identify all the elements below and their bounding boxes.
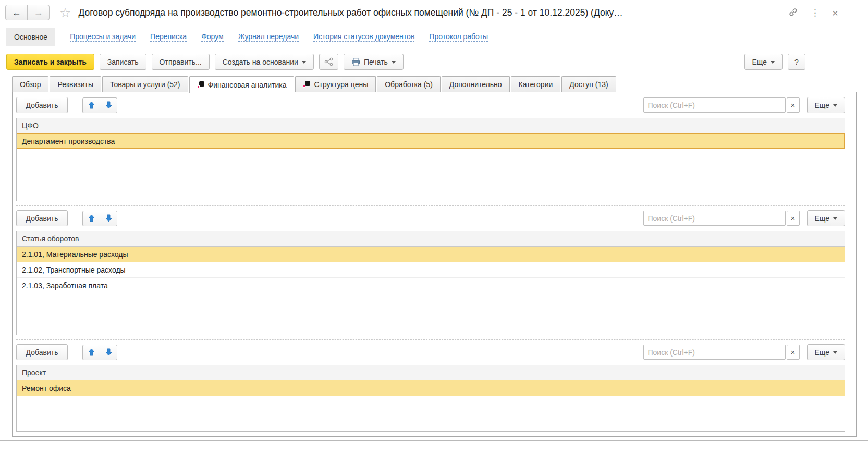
table-row[interactable]: 2.1.03, Заработная плата: [17, 278, 845, 293]
table-row[interactable]: Ремонт офиса: [17, 380, 845, 396]
tab-processing[interactable]: Обработка (5): [377, 76, 441, 92]
clear-search-button[interactable]: ×: [787, 97, 800, 113]
move-down-button[interactable]: [100, 345, 117, 360]
arrow-down-icon: [105, 214, 112, 222]
forward-arrow-icon: →: [34, 7, 43, 18]
tab-label: Реквизиты: [57, 80, 93, 89]
window-bottom-edge: [0, 440, 868, 441]
table-row[interactable]: 2.1.01, Материальные расходы: [17, 247, 845, 262]
clear-search-button[interactable]: ×: [787, 211, 800, 226]
chevron-down-icon: [392, 61, 396, 64]
print-label: Печать: [364, 58, 388, 66]
document-tabs: Обзор Реквизиты Товары и услуги (52) Фин…: [12, 76, 617, 93]
tab-requisites[interactable]: Реквизиты: [50, 76, 101, 92]
tab-label: Товары и услуги (52): [110, 80, 180, 89]
chevron-down-icon: [833, 104, 837, 107]
financial-analytics-panel: Добавить × Еще ЦФО Департамент производс…: [12, 92, 857, 437]
section-more-button[interactable]: Еще: [807, 97, 846, 113]
tab-label: Обработка (5): [385, 80, 433, 89]
favorite-star-icon[interactable]: ☆: [59, 6, 71, 19]
search-input[interactable]: [643, 97, 786, 113]
chevron-down-icon: [833, 217, 837, 220]
add-button[interactable]: Добавить: [16, 97, 68, 113]
section-divider: [16, 205, 845, 206]
move-buttons: [82, 97, 117, 113]
window-titlebar: ← → ☆ Договор субподряда на производство…: [5, 3, 864, 22]
column-header-cfo[interactable]: ЦФО: [17, 118, 845, 133]
nav-item-main[interactable]: Основное: [6, 28, 55, 46]
tab-label: Структура цены: [314, 80, 368, 89]
search-group: × Еще: [643, 210, 846, 226]
project-table[interactable]: Проект Ремонт офиса: [16, 365, 845, 432]
tab-label: Доступ (13): [569, 80, 608, 89]
section-more-button[interactable]: Еще: [807, 344, 846, 360]
section-nav: Основное Процессы и задачи Переписка Фор…: [6, 27, 488, 46]
arrow-down-icon: [105, 348, 112, 356]
search-input[interactable]: [643, 345, 786, 360]
link-icon[interactable]: [788, 7, 798, 18]
move-buttons: [82, 211, 117, 226]
tab-financial-analytics[interactable]: Финансовая аналитика: [189, 76, 295, 93]
move-up-button[interactable]: [82, 345, 100, 360]
back-arrow-icon: ←: [12, 7, 21, 18]
move-down-button[interactable]: [100, 211, 117, 226]
arrow-down-icon: [105, 101, 112, 109]
move-up-button[interactable]: [82, 211, 100, 226]
more-label: Еще: [752, 58, 767, 66]
tab-access[interactable]: Доступ (13): [561, 76, 616, 92]
cfo-table[interactable]: ЦФО Департамент производства: [16, 118, 845, 201]
chevron-down-icon: [771, 61, 775, 64]
more-label: Еще: [815, 214, 830, 223]
move-down-button[interactable]: [100, 97, 117, 113]
forward-button[interactable]: →: [27, 5, 50, 20]
table-row[interactable]: 2.1.02, Транспортные расходы: [17, 262, 845, 278]
save-and-close-button[interactable]: Записать и закрыть: [6, 54, 94, 70]
save-button[interactable]: Записать: [100, 54, 146, 70]
section-more-button[interactable]: Еще: [807, 210, 846, 226]
tab-price-structure[interactable]: Структура цены: [295, 76, 376, 92]
nav-item-transfer-log[interactable]: Журнал передачи: [238, 32, 299, 42]
more-label: Еще: [815, 101, 830, 109]
add-button[interactable]: Добавить: [16, 344, 68, 360]
table-row[interactable]: Департамент производства: [17, 133, 845, 149]
chevron-down-icon: [302, 61, 306, 64]
turnover-table[interactable]: Статья оборотов 2.1.01, Материальные рас…: [16, 231, 845, 335]
help-button[interactable]: ?: [788, 54, 805, 70]
arrow-up-icon: [88, 101, 95, 109]
nav-item-work-protocol[interactable]: Протокол работы: [429, 32, 488, 42]
more-label: Еще: [815, 348, 830, 357]
arrow-up-icon: [88, 348, 95, 356]
nav-item-status-history[interactable]: История статусов документов: [313, 32, 414, 42]
column-header-turnover[interactable]: Статья оборотов: [17, 231, 845, 247]
nav-item-forum[interactable]: Форум: [201, 32, 224, 42]
command-bar: Записать и закрыть Записать Отправить...…: [6, 54, 805, 70]
create-based-on-button[interactable]: Создать на основании: [215, 54, 314, 70]
nav-item-processes[interactable]: Процессы и задачи: [70, 32, 136, 42]
tab-label: Дополнительно: [449, 80, 502, 89]
close-icon[interactable]: ×: [832, 7, 838, 18]
print-button[interactable]: Печать: [344, 54, 404, 70]
add-button[interactable]: Добавить: [16, 210, 68, 226]
tab-additional[interactable]: Дополнительно: [442, 76, 510, 92]
move-up-button[interactable]: [82, 97, 100, 113]
column-header-project[interactable]: Проект: [17, 365, 845, 380]
tab-overview[interactable]: Обзор: [12, 76, 48, 92]
page-title: Договор субподряда на производство ремон…: [78, 7, 622, 18]
search-group: × Еще: [643, 97, 846, 113]
back-button[interactable]: ←: [5, 5, 28, 20]
tab-label: Категории: [519, 80, 553, 89]
table-part-icon: [197, 81, 204, 88]
kebab-menu-icon[interactable]: ⋮: [811, 8, 820, 17]
history-nav-buttons: ← →: [5, 5, 50, 20]
more-button[interactable]: Еще: [744, 54, 783, 70]
send-button[interactable]: Отправить...: [152, 54, 210, 70]
tab-goods-services[interactable]: Товары и услуги (52): [102, 76, 188, 92]
window-controls: ⋮ ×: [788, 7, 864, 18]
share-button[interactable]: [319, 54, 338, 70]
search-input[interactable]: [643, 211, 786, 226]
nav-item-correspondence[interactable]: Переписка: [150, 32, 187, 42]
tab-categories[interactable]: Категории: [511, 76, 561, 92]
turnover-toolbar: Добавить × Еще: [16, 210, 845, 226]
project-toolbar: Добавить × Еще: [16, 344, 845, 360]
clear-search-button[interactable]: ×: [787, 345, 800, 360]
